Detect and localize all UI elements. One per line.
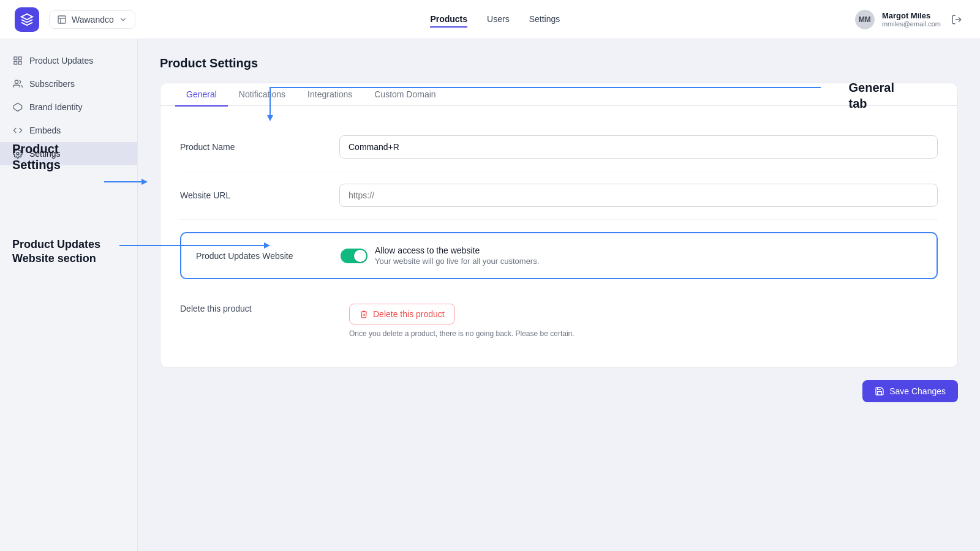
save-row: Save Changes xyxy=(160,380,958,402)
logout-button[interactable] xyxy=(948,11,965,28)
nav-link-users[interactable]: Users xyxy=(487,12,510,28)
sidebar-label-product-updates: Product Updates xyxy=(29,56,93,66)
product-name-control xyxy=(339,135,938,159)
tab-custom-domain[interactable]: Custom Domain xyxy=(363,83,447,107)
delete-product-button[interactable]: Delete this product xyxy=(349,304,455,324)
product-updates-website-section: Product Updates Website Allow access to … xyxy=(180,232,938,279)
user-name: Margot Miles xyxy=(882,11,941,20)
code-icon xyxy=(12,125,23,136)
delete-button-label: Delete this product xyxy=(373,309,445,319)
product-name-label: Product Name xyxy=(180,142,339,152)
toggle-knob xyxy=(354,250,366,262)
save-icon xyxy=(875,386,884,396)
sidebar-item-subscribers[interactable]: Subscribers xyxy=(0,72,137,96)
workspace-name: Wawandco xyxy=(72,15,114,24)
layout: Product Updates Subscribers Brand Ident xyxy=(0,39,980,551)
tab-general[interactable]: General xyxy=(175,83,228,107)
sidebar-label-embeds: Embeds xyxy=(29,126,61,135)
tab-integrations[interactable]: Integrations xyxy=(296,83,363,107)
user-email: mmiles@email.com xyxy=(882,20,941,28)
svg-rect-6 xyxy=(18,61,21,64)
nav-link-products[interactable]: Products xyxy=(430,12,467,28)
updates-allow-text: Allow access to the website Your website… xyxy=(375,246,539,266)
website-url-control xyxy=(339,184,938,207)
settings-card: General Notifications Integrations Custo… xyxy=(160,83,958,368)
product-name-input[interactable] xyxy=(339,135,938,159)
updates-label-col: Product Updates Website xyxy=(196,251,331,261)
allow-sublabel: Your website will go live for all your c… xyxy=(375,257,539,266)
avatar: MM xyxy=(855,10,875,29)
updates-title: Product Updates Website xyxy=(196,251,331,261)
save-changes-button[interactable]: Save Changes xyxy=(862,380,958,402)
delete-warning: Once you delete a product, there is no g… xyxy=(349,329,938,338)
website-url-label: Website URL xyxy=(180,190,339,200)
sidebar-item-product-updates[interactable]: Product Updates xyxy=(0,49,137,72)
svg-marker-9 xyxy=(13,103,21,111)
nav-links: Products Users Settings xyxy=(145,12,845,28)
grid-icon xyxy=(12,55,23,66)
svg-rect-5 xyxy=(18,57,21,60)
svg-rect-0 xyxy=(58,16,66,23)
main-content: Product Settings General Notifications I… xyxy=(138,39,980,551)
svg-point-10 xyxy=(17,152,19,155)
users-icon xyxy=(12,78,23,89)
allow-access-toggle[interactable] xyxy=(341,249,368,263)
page-title: Product Settings xyxy=(160,56,958,70)
sidebar-item-settings[interactable]: Settings xyxy=(0,142,137,165)
building-icon xyxy=(57,15,67,24)
svg-rect-4 xyxy=(14,57,17,60)
website-url-row: Website URL xyxy=(180,171,938,220)
sidebar-label-settings: Settings xyxy=(29,149,61,159)
allow-label: Allow access to the website xyxy=(375,246,539,255)
sidebar-label-subscribers: Subscribers xyxy=(29,79,75,89)
save-button-label: Save Changes xyxy=(889,386,946,396)
delete-row: Delete this product Delete this product xyxy=(180,291,938,350)
workspace-selector[interactable]: Wawandco xyxy=(49,10,135,29)
settings-icon xyxy=(12,148,23,159)
delete-control: Delete this product Once you delete a pr… xyxy=(349,304,938,338)
user-info: Margot Miles mmiles@email.com xyxy=(882,11,941,28)
website-url-input[interactable] xyxy=(339,184,938,207)
delete-label: Delete this product xyxy=(180,304,339,313)
sidebar-item-brand-identity[interactable]: Brand Identity xyxy=(0,96,137,119)
settings-body: Product Name Website URL Product Updates xyxy=(160,106,957,367)
settings-tabs: General Notifications Integrations Custo… xyxy=(160,83,957,106)
topnav: Wawandco Products Users Settings MM Marg… xyxy=(0,0,980,39)
app-logo xyxy=(15,7,39,32)
chevron-down-icon xyxy=(119,15,127,24)
tab-notifications[interactable]: Notifications xyxy=(228,83,296,107)
trash-icon xyxy=(360,310,368,318)
nav-link-settings[interactable]: Settings xyxy=(529,12,560,28)
svg-rect-7 xyxy=(14,61,17,64)
sidebar-item-embeds[interactable]: Embeds xyxy=(0,119,137,142)
sidebar: Product Updates Subscribers Brand Ident xyxy=(0,39,138,551)
updates-toggle-row: Allow access to the website Your website… xyxy=(341,246,539,266)
updates-controls: Allow access to the website Your website… xyxy=(341,246,539,266)
nav-right: MM Margot Miles mmiles@email.com xyxy=(855,10,965,29)
svg-point-8 xyxy=(15,80,18,83)
product-name-row: Product Name xyxy=(180,123,938,171)
sidebar-label-brand-identity: Brand Identity xyxy=(29,102,82,112)
diamond-icon xyxy=(12,102,23,113)
logout-icon xyxy=(951,14,962,25)
